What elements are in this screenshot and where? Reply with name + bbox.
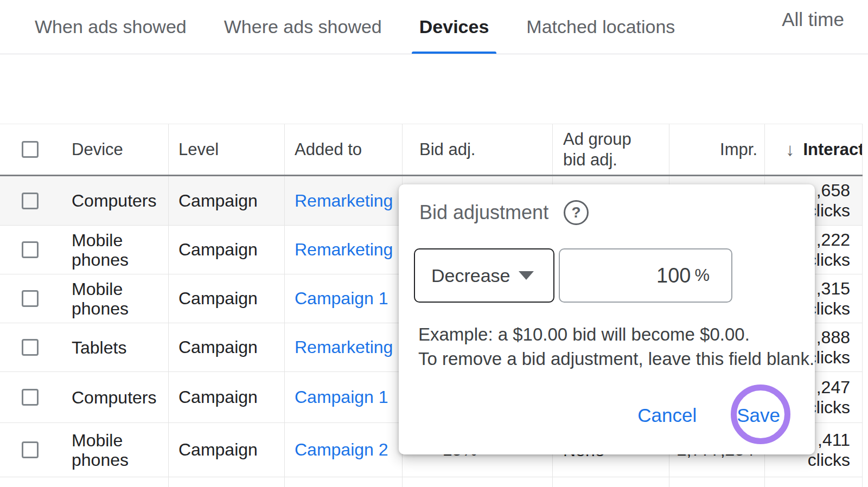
date-range-selector[interactable]: All time: [782, 9, 844, 30]
bid-amount-value: 100: [656, 264, 691, 287]
bid-adjustment-dialog: Bid adjustment ? Decrease 100 % Example:…: [399, 184, 815, 454]
help-circle-icon[interactable]: ?: [564, 200, 589, 225]
dialog-controls: Decrease 100 %: [414, 248, 732, 303]
device-cell: Computers: [72, 388, 157, 407]
cancel-button[interactable]: Cancel: [637, 405, 697, 426]
tab-where-ads-showed[interactable]: Where ads showed: [224, 0, 382, 54]
header-impr[interactable]: Impr.: [669, 124, 765, 175]
report-tab-bar: When ads showed Where ads showed Devices…: [0, 0, 868, 54]
device-cell: Mobile phones: [72, 230, 168, 270]
level-cell: Campaign: [169, 226, 285, 274]
percent-sign: %: [694, 266, 710, 285]
tab-matched-locations[interactable]: Matched locations: [526, 0, 675, 54]
row-checkbox[interactable]: [22, 193, 39, 209]
device-cell: Tablets: [72, 338, 126, 357]
header-ad-group-bid-adj[interactable]: Ad group bid adj.: [553, 124, 669, 175]
added-to-link[interactable]: Remarketing: [295, 337, 393, 357]
level-cell: Campaign: [169, 176, 285, 225]
row-checkbox[interactable]: [22, 441, 39, 458]
tab-devices[interactable]: Devices: [419, 0, 489, 54]
device-cell: Computers: [72, 191, 157, 210]
filter-bar: 1 Level: Campaign Add filter: [0, 55, 868, 124]
row-checkbox[interactable]: [22, 389, 39, 406]
added-to-link[interactable]: Campaign 1: [295, 387, 388, 407]
device-cell: Mobile phones: [72, 279, 168, 318]
dialog-actions: Cancel Save: [637, 403, 780, 427]
bid-direction-value: Decrease: [431, 265, 510, 286]
level-cell: Campaign: [169, 274, 285, 323]
dialog-example-text: Example: a $10.00 bid will become $0.00.…: [418, 322, 814, 371]
level-cell: Campaign: [169, 423, 285, 477]
table-row: [0, 477, 863, 487]
bid-amount-input[interactable]: 100 %: [559, 248, 732, 303]
level-cell: Campaign: [169, 372, 285, 422]
dialog-title: Bid adjustment ?: [419, 197, 589, 228]
select-all-checkbox[interactable]: [22, 141, 39, 158]
dialog-title-label: Bid adjustment: [419, 201, 548, 224]
dropdown-caret-icon: [519, 271, 534, 280]
level-cell: Campaign: [169, 323, 285, 371]
added-to-link[interactable]: Remarketing: [295, 191, 393, 211]
header-device-label: Device: [72, 140, 123, 159]
bid-direction-dropdown[interactable]: Decrease: [414, 248, 554, 303]
header-device: Device: [0, 124, 169, 175]
header-interactions-label: Interactions: [803, 140, 863, 159]
table-header-row: Device Level Added to Bid adj. Ad group …: [0, 124, 863, 176]
added-to-link[interactable]: Remarketing: [295, 240, 393, 260]
row-checkbox[interactable]: [22, 339, 39, 356]
header-added-to[interactable]: Added to: [285, 124, 403, 175]
added-to-link[interactable]: Campaign 2: [295, 440, 388, 460]
row-checkbox[interactable]: [22, 290, 39, 307]
save-button[interactable]: Save: [737, 405, 780, 426]
row-checkbox[interactable]: [22, 241, 39, 258]
tab-when-ads-showed[interactable]: When ads showed: [35, 0, 187, 54]
added-to-link[interactable]: Campaign 1: [295, 289, 388, 309]
header-interactions[interactable]: ↓ Interactions: [765, 124, 863, 175]
sort-descending-arrow-icon: ↓: [786, 139, 795, 160]
device-cell: Mobile phones: [72, 431, 168, 470]
header-level[interactable]: Level: [169, 124, 285, 175]
header-bid-adj[interactable]: Bid adj.: [403, 124, 553, 175]
